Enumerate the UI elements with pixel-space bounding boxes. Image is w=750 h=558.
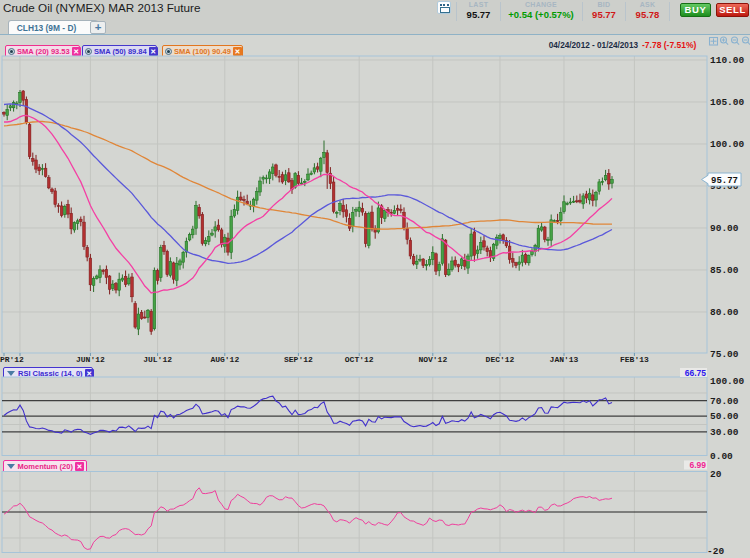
svg-text:6.99: 6.99: [689, 460, 706, 470]
svg-text:100.00: 100.00: [710, 139, 745, 150]
svg-text:APR'12: APR'12: [0, 355, 24, 364]
svg-text:20: 20: [710, 469, 722, 480]
svg-text:80.00: 80.00: [710, 307, 739, 318]
svg-text:66.75: 66.75: [685, 368, 707, 378]
svg-text:110.00: 110.00: [710, 55, 745, 66]
svg-text:JAN'13: JAN'13: [550, 355, 579, 364]
svg-text:30.00: 30.00: [710, 427, 739, 438]
svg-text:OCT'12: OCT'12: [345, 355, 374, 364]
svg-text:100.00: 100.00: [710, 376, 745, 387]
svg-text:70.00: 70.00: [710, 396, 739, 407]
svg-text:-20: -20: [707, 546, 724, 557]
svg-text:0.00: 0.00: [710, 451, 733, 462]
svg-text:04/24/2012 - 01/24/2013: 04/24/2012 - 01/24/2013: [549, 41, 639, 50]
svg-text:75.00: 75.00: [710, 349, 739, 360]
svg-text:JUN'12: JUN'12: [76, 355, 105, 364]
svg-text:DEC'12: DEC'12: [486, 355, 515, 364]
svg-text:NOV'12: NOV'12: [418, 355, 447, 364]
svg-text:-7.78 (-7.51%): -7.78 (-7.51%): [642, 40, 696, 50]
svg-text:90.00: 90.00: [710, 223, 739, 234]
svg-text:FEB'13: FEB'13: [620, 355, 649, 364]
svg-text:SEP'12: SEP'12: [284, 355, 313, 364]
svg-text:JUL'12: JUL'12: [143, 355, 172, 364]
svg-text:AUG'12: AUG'12: [210, 355, 239, 364]
svg-text:50.00: 50.00: [710, 411, 739, 422]
svg-text:105.00: 105.00: [710, 97, 745, 108]
svg-text:95.77: 95.77: [711, 176, 738, 186]
svg-text:85.00: 85.00: [710, 265, 739, 276]
